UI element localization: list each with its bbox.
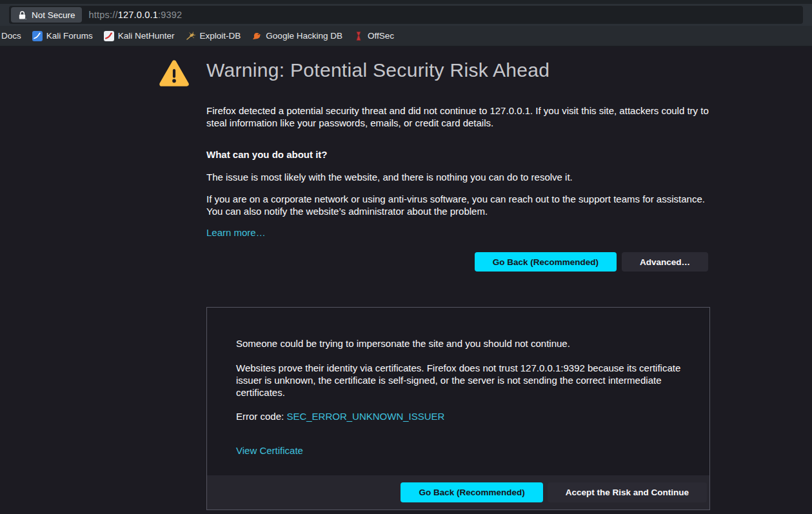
what-can-you-do-heading: What can you do about it? [206,149,328,160]
bookmark-google-hacking-db[interactable]: Google Hacking DB [252,31,342,41]
view-certificate-link[interactable]: View Certificate [236,445,303,456]
bookmark-label: OffSec [368,31,394,41]
bookmark-kali-forums[interactable]: Kali Forums [32,31,93,41]
bookmark-kali-nethunter[interactable]: Kali NetHunter [104,31,175,41]
warning-triangle-icon [158,58,190,90]
go-back-button[interactable]: Go Back (Recommended) [475,252,617,272]
exploit-db-icon [186,31,196,41]
corporate-network-text: If you are on a corporate network or usi… [206,193,711,217]
offsec-icon [353,31,364,41]
url-port: :9392 [158,10,182,20]
google-hacking-db-icon [252,31,262,41]
bookmark-label: Kali NetHunter [118,31,175,41]
error-page: Warning: Potential Security Risk Ahead F… [0,46,812,514]
intro-text: Firefox detected a potential security th… [206,104,711,129]
url-scheme: https:// [89,10,118,20]
kali-nethunter-icon [104,31,114,41]
kali-forums-icon [32,31,43,41]
bookmark-docs[interactable]: Docs [1,31,21,41]
advanced-button[interactable]: Advanced… [622,252,708,272]
navigation-toolbar: Not Secure https://127.0.0.1:9392 [0,4,812,26]
bookmark-label: Kali Forums [46,31,93,41]
accept-risk-button[interactable]: Accept the Risk and Continue [548,482,707,502]
go-back-footer-button[interactable]: Go Back (Recommended) [401,482,542,502]
advanced-panel: Someone could be trying to impersonate t… [206,307,710,510]
advanced-panel-footer: Go Back (Recommended) Accept the Risk an… [207,475,709,509]
url-input[interactable]: Not Secure https://127.0.0.1:9392 [9,6,803,24]
bookmarks-toolbar: Docs Kali Forums Kali NetHunter [0,26,812,46]
bookmark-label: Docs [1,31,21,41]
url-host: 127.0.0.1 [118,10,158,20]
error-code-link[interactable]: SEC_ERROR_UNKNOWN_ISSUER [286,411,444,422]
page-title: Warning: Potential Security Risk Ahead [206,59,550,81]
bookmark-label: Exploit-DB [200,31,241,41]
primary-button-row: Go Back (Recommended) Advanced… [206,252,708,272]
error-code-row: Error code: SEC_ERROR_UNKNOWN_ISSUER [236,411,444,422]
site-identity-chip[interactable]: Not Secure [11,7,82,23]
bookmark-label: Google Hacking DB [266,31,342,41]
error-code-label: Error code: [236,411,286,422]
certificates-text: Websites prove their identity via certif… [236,362,686,399]
url-text: https://127.0.0.1:9392 [89,10,183,20]
bookmark-exploit-db[interactable]: Exploit-DB [186,31,241,41]
identity-label: Not Secure [32,10,75,20]
bookmark-offsec[interactable]: OffSec [353,31,394,41]
insecure-lock-icon [17,10,27,20]
issue-text: The issue is most likely with the websit… [206,171,711,183]
impersonate-text: Someone could be trying to impersonate t… [236,337,688,350]
learn-more-link[interactable]: Learn more… [206,227,266,238]
